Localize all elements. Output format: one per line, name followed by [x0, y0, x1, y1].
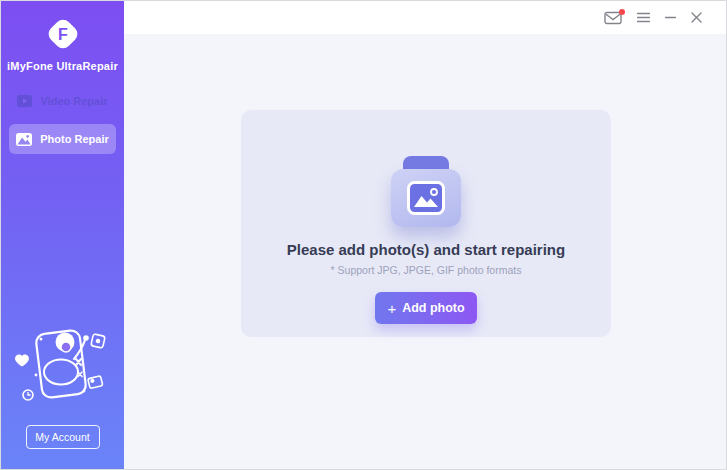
titlebar — [124, 1, 726, 34]
sidebar-item-label: Video Repair — [40, 95, 107, 107]
folder-front — [391, 169, 461, 227]
mail-icon[interactable] — [604, 11, 622, 25]
app-window: F iMyFone UltraRepair Video Repair — [0, 0, 727, 470]
brand-title: iMyFone UltraRepair — [1, 60, 124, 72]
close-icon[interactable] — [691, 12, 702, 23]
add-photo-button[interactable]: + Add photo — [375, 292, 477, 324]
photo-repair-icon — [16, 133, 32, 146]
drop-subtitle: * Support JPG, JPGE, GIF photo formats — [331, 264, 522, 276]
sidebar-item-photo-repair[interactable]: Photo Repair — [9, 124, 116, 154]
sidebar-item-video-repair[interactable]: Video Repair — [9, 88, 116, 114]
video-repair-icon — [17, 95, 32, 107]
menu-icon[interactable] — [637, 12, 650, 23]
image-icon — [407, 181, 445, 215]
sidebar: F iMyFone UltraRepair Video Repair — [1, 1, 124, 469]
sidebar-nav: Video Repair Photo Repair — [1, 88, 124, 154]
account-illustration — [12, 319, 114, 413]
minimize-icon[interactable] — [665, 12, 676, 23]
notification-dot — [619, 9, 625, 15]
my-account-button[interactable]: My Account — [26, 425, 100, 449]
plus-icon: + — [387, 301, 396, 316]
main-content: Please add photo(s) and start repairing … — [124, 34, 726, 469]
app-logo: F — [1, 15, 124, 53]
app-logo-icon: F — [44, 15, 82, 53]
drop-title: Please add photo(s) and start repairing — [287, 241, 565, 258]
svg-text:F: F — [58, 26, 68, 43]
sidebar-item-label: Photo Repair — [40, 133, 108, 145]
add-photo-label: Add photo — [402, 301, 464, 315]
photo-drop-card[interactable]: Please add photo(s) and start repairing … — [241, 110, 611, 337]
photo-folder-icon — [391, 156, 461, 227]
person-card-illustration-icon — [12, 319, 114, 413]
